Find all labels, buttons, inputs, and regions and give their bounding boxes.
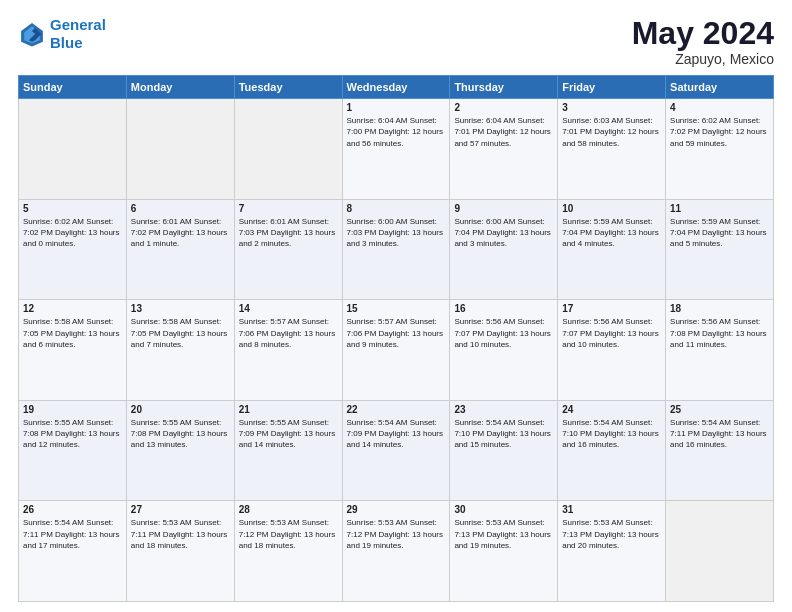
cell-0-6: 4Sunrise: 6:02 AM Sunset: 7:02 PM Daylig…	[666, 99, 774, 200]
day-info-4-5: Sunrise: 5:53 AM Sunset: 7:13 PM Dayligh…	[562, 517, 661, 551]
day-info-0-5: Sunrise: 6:03 AM Sunset: 7:01 PM Dayligh…	[562, 115, 661, 149]
cell-0-4: 2Sunrise: 6:04 AM Sunset: 7:01 PM Daylig…	[450, 99, 558, 200]
day-info-3-1: Sunrise: 5:55 AM Sunset: 7:08 PM Dayligh…	[131, 417, 230, 451]
cell-4-3: 29Sunrise: 5:53 AM Sunset: 7:12 PM Dayli…	[342, 501, 450, 602]
header-row: Sunday Monday Tuesday Wednesday Thursday…	[19, 76, 774, 99]
week-row-0: 1Sunrise: 6:04 AM Sunset: 7:00 PM Daylig…	[19, 99, 774, 200]
day-num-4-2: 28	[239, 504, 338, 515]
cell-0-2	[234, 99, 342, 200]
day-info-4-3: Sunrise: 5:53 AM Sunset: 7:12 PM Dayligh…	[347, 517, 446, 551]
day-num-2-2: 14	[239, 303, 338, 314]
day-info-2-1: Sunrise: 5:58 AM Sunset: 7:05 PM Dayligh…	[131, 316, 230, 350]
cell-4-6	[666, 501, 774, 602]
day-num-1-2: 7	[239, 203, 338, 214]
logo-text: General Blue	[50, 16, 106, 52]
page: General Blue May 2024 Zapuyo, Mexico Sun…	[0, 0, 792, 612]
day-num-2-6: 18	[670, 303, 769, 314]
cell-2-4: 16Sunrise: 5:56 AM Sunset: 7:07 PM Dayli…	[450, 300, 558, 401]
header-saturday: Saturday	[666, 76, 774, 99]
logo: General Blue	[18, 16, 106, 52]
cell-4-4: 30Sunrise: 5:53 AM Sunset: 7:13 PM Dayli…	[450, 501, 558, 602]
day-info-1-3: Sunrise: 6:00 AM Sunset: 7:03 PM Dayligh…	[347, 216, 446, 250]
day-num-1-3: 8	[347, 203, 446, 214]
day-num-4-1: 27	[131, 504, 230, 515]
cell-1-1: 6Sunrise: 6:01 AM Sunset: 7:02 PM Daylig…	[126, 199, 234, 300]
cell-2-2: 14Sunrise: 5:57 AM Sunset: 7:06 PM Dayli…	[234, 300, 342, 401]
day-num-4-0: 26	[23, 504, 122, 515]
day-num-1-0: 5	[23, 203, 122, 214]
day-info-1-4: Sunrise: 6:00 AM Sunset: 7:04 PM Dayligh…	[454, 216, 553, 250]
week-row-3: 19Sunrise: 5:55 AM Sunset: 7:08 PM Dayli…	[19, 400, 774, 501]
day-info-1-2: Sunrise: 6:01 AM Sunset: 7:03 PM Dayligh…	[239, 216, 338, 250]
day-info-1-5: Sunrise: 5:59 AM Sunset: 7:04 PM Dayligh…	[562, 216, 661, 250]
cell-4-1: 27Sunrise: 5:53 AM Sunset: 7:11 PM Dayli…	[126, 501, 234, 602]
day-info-0-6: Sunrise: 6:02 AM Sunset: 7:02 PM Dayligh…	[670, 115, 769, 149]
day-info-3-5: Sunrise: 5:54 AM Sunset: 7:10 PM Dayligh…	[562, 417, 661, 451]
day-info-0-4: Sunrise: 6:04 AM Sunset: 7:01 PM Dayligh…	[454, 115, 553, 149]
day-num-0-6: 4	[670, 102, 769, 113]
day-num-0-5: 3	[562, 102, 661, 113]
cell-2-1: 13Sunrise: 5:58 AM Sunset: 7:05 PM Dayli…	[126, 300, 234, 401]
header: General Blue May 2024 Zapuyo, Mexico	[18, 16, 774, 67]
header-friday: Friday	[558, 76, 666, 99]
day-num-1-6: 11	[670, 203, 769, 214]
day-num-2-3: 15	[347, 303, 446, 314]
day-info-3-6: Sunrise: 5:54 AM Sunset: 7:11 PM Dayligh…	[670, 417, 769, 451]
location: Zapuyo, Mexico	[632, 51, 774, 67]
day-info-1-1: Sunrise: 6:01 AM Sunset: 7:02 PM Dayligh…	[131, 216, 230, 250]
day-num-1-1: 6	[131, 203, 230, 214]
cell-3-3: 22Sunrise: 5:54 AM Sunset: 7:09 PM Dayli…	[342, 400, 450, 501]
cell-1-3: 8Sunrise: 6:00 AM Sunset: 7:03 PM Daylig…	[342, 199, 450, 300]
day-info-3-4: Sunrise: 5:54 AM Sunset: 7:10 PM Dayligh…	[454, 417, 553, 451]
cell-2-5: 17Sunrise: 5:56 AM Sunset: 7:07 PM Dayli…	[558, 300, 666, 401]
cell-3-4: 23Sunrise: 5:54 AM Sunset: 7:10 PM Dayli…	[450, 400, 558, 501]
header-thursday: Thursday	[450, 76, 558, 99]
cell-2-3: 15Sunrise: 5:57 AM Sunset: 7:06 PM Dayli…	[342, 300, 450, 401]
day-num-3-4: 23	[454, 404, 553, 415]
day-num-0-4: 2	[454, 102, 553, 113]
logo-line2: Blue	[50, 34, 83, 51]
header-wednesday: Wednesday	[342, 76, 450, 99]
day-info-2-0: Sunrise: 5:58 AM Sunset: 7:05 PM Dayligh…	[23, 316, 122, 350]
cell-3-5: 24Sunrise: 5:54 AM Sunset: 7:10 PM Dayli…	[558, 400, 666, 501]
day-info-2-2: Sunrise: 5:57 AM Sunset: 7:06 PM Dayligh…	[239, 316, 338, 350]
day-info-0-3: Sunrise: 6:04 AM Sunset: 7:00 PM Dayligh…	[347, 115, 446, 149]
day-num-2-4: 16	[454, 303, 553, 314]
cell-3-1: 20Sunrise: 5:55 AM Sunset: 7:08 PM Dayli…	[126, 400, 234, 501]
day-num-1-5: 10	[562, 203, 661, 214]
day-info-2-6: Sunrise: 5:56 AM Sunset: 7:08 PM Dayligh…	[670, 316, 769, 350]
day-num-3-3: 22	[347, 404, 446, 415]
day-num-2-1: 13	[131, 303, 230, 314]
cell-0-0	[19, 99, 127, 200]
cell-1-2: 7Sunrise: 6:01 AM Sunset: 7:03 PM Daylig…	[234, 199, 342, 300]
header-monday: Monday	[126, 76, 234, 99]
week-row-1: 5Sunrise: 6:02 AM Sunset: 7:02 PM Daylig…	[19, 199, 774, 300]
day-info-2-3: Sunrise: 5:57 AM Sunset: 7:06 PM Dayligh…	[347, 316, 446, 350]
header-sunday: Sunday	[19, 76, 127, 99]
cell-3-0: 19Sunrise: 5:55 AM Sunset: 7:08 PM Dayli…	[19, 400, 127, 501]
day-num-2-5: 17	[562, 303, 661, 314]
day-num-4-3: 29	[347, 504, 446, 515]
cell-1-4: 9Sunrise: 6:00 AM Sunset: 7:04 PM Daylig…	[450, 199, 558, 300]
day-info-4-0: Sunrise: 5:54 AM Sunset: 7:11 PM Dayligh…	[23, 517, 122, 551]
day-num-1-4: 9	[454, 203, 553, 214]
day-info-4-1: Sunrise: 5:53 AM Sunset: 7:11 PM Dayligh…	[131, 517, 230, 551]
cell-1-6: 11Sunrise: 5:59 AM Sunset: 7:04 PM Dayli…	[666, 199, 774, 300]
day-info-3-2: Sunrise: 5:55 AM Sunset: 7:09 PM Dayligh…	[239, 417, 338, 451]
day-num-3-1: 20	[131, 404, 230, 415]
header-tuesday: Tuesday	[234, 76, 342, 99]
day-info-2-5: Sunrise: 5:56 AM Sunset: 7:07 PM Dayligh…	[562, 316, 661, 350]
cell-4-2: 28Sunrise: 5:53 AM Sunset: 7:12 PM Dayli…	[234, 501, 342, 602]
cell-0-5: 3Sunrise: 6:03 AM Sunset: 7:01 PM Daylig…	[558, 99, 666, 200]
cell-2-6: 18Sunrise: 5:56 AM Sunset: 7:08 PM Dayli…	[666, 300, 774, 401]
day-info-2-4: Sunrise: 5:56 AM Sunset: 7:07 PM Dayligh…	[454, 316, 553, 350]
day-info-1-0: Sunrise: 6:02 AM Sunset: 7:02 PM Dayligh…	[23, 216, 122, 250]
cell-0-1	[126, 99, 234, 200]
cell-4-0: 26Sunrise: 5:54 AM Sunset: 7:11 PM Dayli…	[19, 501, 127, 602]
calendar: Sunday Monday Tuesday Wednesday Thursday…	[18, 75, 774, 602]
day-num-4-5: 31	[562, 504, 661, 515]
day-info-3-0: Sunrise: 5:55 AM Sunset: 7:08 PM Dayligh…	[23, 417, 122, 451]
day-num-3-2: 21	[239, 404, 338, 415]
day-num-2-0: 12	[23, 303, 122, 314]
week-row-2: 12Sunrise: 5:58 AM Sunset: 7:05 PM Dayli…	[19, 300, 774, 401]
